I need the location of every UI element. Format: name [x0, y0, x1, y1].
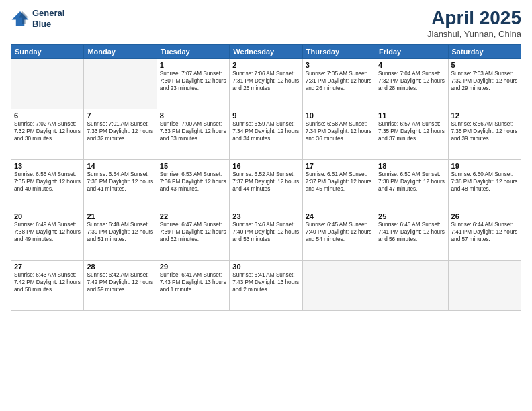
calendar-day-cell — [375, 260, 448, 310]
day-number: 2 — [232, 61, 299, 69]
calendar-day-cell: 7Sunrise: 7:01 AM Sunset: 7:33 PM Daylig… — [84, 109, 157, 159]
weekday-header-cell: Thursday — [302, 44, 375, 58]
calendar-week-row: 27Sunrise: 6:43 AM Sunset: 7:42 PM Dayli… — [11, 260, 521, 310]
day-info: Sunrise: 6:55 AM Sunset: 7:35 PM Dayligh… — [14, 171, 81, 193]
calendar-day-cell: 8Sunrise: 7:00 AM Sunset: 7:33 PM Daylig… — [157, 109, 229, 159]
calendar-day-cell: 4Sunrise: 7:04 AM Sunset: 7:32 PM Daylig… — [375, 58, 448, 109]
day-info: Sunrise: 6:46 AM Sunset: 7:40 PM Dayligh… — [232, 221, 299, 243]
subtitle: Jianshui, Yunnan, China — [427, 29, 521, 39]
calendar-week-row: 6Sunrise: 7:02 AM Sunset: 7:32 PM Daylig… — [11, 109, 521, 159]
calendar-day-cell: 17Sunrise: 6:51 AM Sunset: 7:37 PM Dayli… — [302, 159, 375, 210]
header: General Blue April 2025 Jianshui, Yunnan… — [11, 8, 521, 39]
day-number: 27 — [14, 263, 81, 271]
day-info: Sunrise: 6:45 AM Sunset: 7:40 PM Dayligh… — [306, 221, 372, 243]
day-number: 10 — [306, 111, 372, 120]
calendar-day-cell — [302, 260, 375, 310]
weekday-header-cell: Tuesday — [157, 44, 229, 58]
logo-text: General Blue — [32, 8, 64, 29]
calendar-day-cell: 22Sunrise: 6:47 AM Sunset: 7:39 PM Dayli… — [157, 210, 229, 260]
day-number: 15 — [160, 162, 226, 170]
day-number: 25 — [378, 212, 445, 220]
logo-line2: Blue — [32, 19, 64, 30]
day-number: 11 — [378, 111, 445, 120]
day-number: 7 — [87, 111, 153, 120]
day-number: 3 — [306, 61, 372, 69]
day-number: 8 — [160, 111, 226, 120]
day-number: 4 — [378, 61, 445, 69]
main-title: April 2025 — [427, 8, 521, 29]
page: General Blue April 2025 Jianshui, Yunnan… — [0, 0, 532, 411]
calendar-day-cell: 14Sunrise: 6:54 AM Sunset: 7:36 PM Dayli… — [84, 159, 157, 210]
calendar-day-cell: 6Sunrise: 7:02 AM Sunset: 7:32 PM Daylig… — [11, 109, 84, 159]
day-info: Sunrise: 6:57 AM Sunset: 7:35 PM Dayligh… — [378, 120, 445, 142]
day-number: 18 — [378, 162, 445, 170]
day-info: Sunrise: 6:51 AM Sunset: 7:37 PM Dayligh… — [306, 171, 372, 193]
day-info: Sunrise: 7:01 AM Sunset: 7:33 PM Dayligh… — [87, 120, 153, 142]
calendar-day-cell — [84, 58, 157, 109]
calendar-day-cell: 13Sunrise: 6:55 AM Sunset: 7:35 PM Dayli… — [11, 159, 84, 210]
calendar-day-cell: 20Sunrise: 6:49 AM Sunset: 7:38 PM Dayli… — [11, 210, 84, 260]
day-info: Sunrise: 6:42 AM Sunset: 7:42 PM Dayligh… — [87, 271, 153, 293]
day-info: Sunrise: 6:41 AM Sunset: 7:43 PM Dayligh… — [232, 271, 299, 293]
calendar-week-row: 13Sunrise: 6:55 AM Sunset: 7:35 PM Dayli… — [11, 159, 521, 210]
day-info: Sunrise: 6:48 AM Sunset: 7:39 PM Dayligh… — [87, 221, 153, 243]
day-info: Sunrise: 6:41 AM Sunset: 7:43 PM Dayligh… — [160, 271, 226, 293]
day-info: Sunrise: 7:06 AM Sunset: 7:31 PM Dayligh… — [232, 70, 299, 92]
day-number: 16 — [232, 162, 299, 170]
title-block: April 2025 Jianshui, Yunnan, China — [427, 8, 521, 39]
calendar-day-cell: 5Sunrise: 7:03 AM Sunset: 7:32 PM Daylig… — [448, 58, 521, 109]
calendar-day-cell: 18Sunrise: 6:50 AM Sunset: 7:38 PM Dayli… — [375, 159, 448, 210]
calendar-day-cell: 9Sunrise: 6:59 AM Sunset: 7:34 PM Daylig… — [230, 109, 302, 159]
day-number: 29 — [160, 263, 226, 271]
day-info: Sunrise: 6:50 AM Sunset: 7:38 PM Dayligh… — [451, 171, 518, 193]
day-number: 26 — [451, 212, 518, 220]
day-number: 14 — [87, 162, 153, 170]
calendar-day-cell: 3Sunrise: 7:05 AM Sunset: 7:31 PM Daylig… — [302, 58, 375, 109]
weekday-header-cell: Friday — [375, 44, 448, 58]
calendar-day-cell: 2Sunrise: 7:06 AM Sunset: 7:31 PM Daylig… — [230, 58, 302, 109]
day-number: 24 — [306, 212, 372, 220]
day-info: Sunrise: 7:03 AM Sunset: 7:32 PM Dayligh… — [451, 70, 518, 92]
calendar-day-cell: 24Sunrise: 6:45 AM Sunset: 7:40 PM Dayli… — [302, 210, 375, 260]
weekday-header-cell: Monday — [84, 44, 157, 58]
day-info: Sunrise: 6:44 AM Sunset: 7:41 PM Dayligh… — [451, 221, 518, 243]
calendar-day-cell: 28Sunrise: 6:42 AM Sunset: 7:42 PM Dayli… — [84, 260, 157, 310]
day-info: Sunrise: 6:56 AM Sunset: 7:35 PM Dayligh… — [451, 120, 518, 142]
day-number: 30 — [232, 263, 299, 271]
calendar-day-cell: 26Sunrise: 6:44 AM Sunset: 7:41 PM Dayli… — [448, 210, 521, 260]
day-info: Sunrise: 6:59 AM Sunset: 7:34 PM Dayligh… — [232, 120, 299, 142]
calendar-day-cell: 19Sunrise: 6:50 AM Sunset: 7:38 PM Dayli… — [448, 159, 521, 210]
day-info: Sunrise: 7:04 AM Sunset: 7:32 PM Dayligh… — [378, 70, 445, 92]
day-info: Sunrise: 7:02 AM Sunset: 7:32 PM Dayligh… — [14, 120, 81, 142]
calendar-header: SundayMondayTuesdayWednesdayThursdayFrid… — [11, 44, 521, 58]
calendar-day-cell: 23Sunrise: 6:46 AM Sunset: 7:40 PM Dayli… — [230, 210, 302, 260]
calendar-day-cell: 12Sunrise: 6:56 AM Sunset: 7:35 PM Dayli… — [448, 109, 521, 159]
day-number: 9 — [232, 111, 299, 120]
day-number: 1 — [160, 61, 226, 69]
calendar-day-cell: 10Sunrise: 6:58 AM Sunset: 7:34 PM Dayli… — [302, 109, 375, 159]
day-info: Sunrise: 6:58 AM Sunset: 7:34 PM Dayligh… — [306, 120, 372, 142]
day-number: 20 — [14, 212, 81, 220]
logo-line1: General — [32, 8, 64, 19]
day-number: 23 — [232, 212, 299, 220]
day-info: Sunrise: 6:54 AM Sunset: 7:36 PM Dayligh… — [87, 171, 153, 193]
day-info: Sunrise: 7:00 AM Sunset: 7:33 PM Dayligh… — [160, 120, 226, 142]
svg-marker-0 — [12, 11, 29, 26]
day-info: Sunrise: 7:05 AM Sunset: 7:31 PM Dayligh… — [306, 70, 372, 92]
calendar-week-row: 20Sunrise: 6:49 AM Sunset: 7:38 PM Dayli… — [11, 210, 521, 260]
calendar-table: SundayMondayTuesdayWednesdayThursdayFrid… — [11, 44, 521, 311]
calendar-day-cell: 16Sunrise: 6:52 AM Sunset: 7:37 PM Dayli… — [230, 159, 302, 210]
day-info: Sunrise: 6:52 AM Sunset: 7:37 PM Dayligh… — [232, 171, 299, 193]
day-number: 17 — [306, 162, 372, 170]
day-number: 12 — [451, 111, 518, 120]
calendar-day-cell: 15Sunrise: 6:53 AM Sunset: 7:36 PM Dayli… — [157, 159, 229, 210]
calendar-week-row: 1Sunrise: 7:07 AM Sunset: 7:30 PM Daylig… — [11, 58, 521, 109]
calendar-day-cell: 30Sunrise: 6:41 AM Sunset: 7:43 PM Dayli… — [230, 260, 302, 310]
day-number: 22 — [160, 212, 226, 220]
weekday-header-cell: Saturday — [448, 44, 521, 58]
calendar-day-cell — [11, 58, 84, 109]
day-info: Sunrise: 6:53 AM Sunset: 7:36 PM Dayligh… — [160, 171, 226, 193]
day-number: 28 — [87, 263, 153, 271]
day-info: Sunrise: 6:45 AM Sunset: 7:41 PM Dayligh… — [378, 221, 445, 243]
day-number: 5 — [451, 61, 518, 69]
